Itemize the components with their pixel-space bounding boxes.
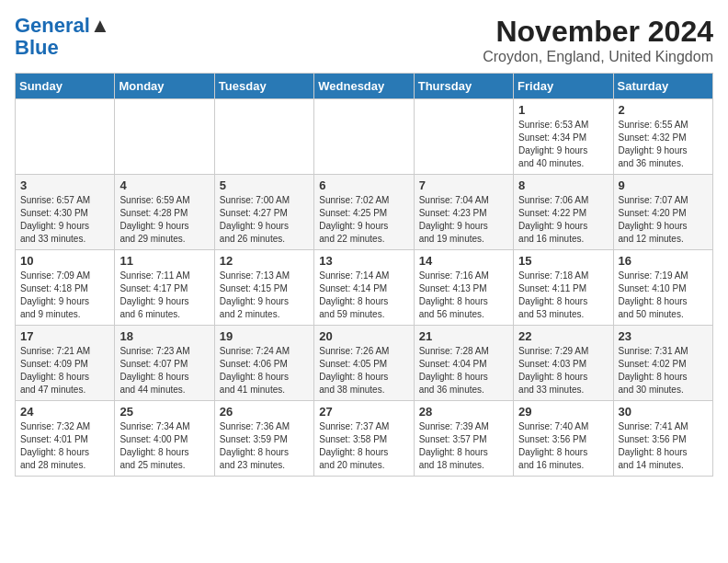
day-number: 12 — [220, 254, 309, 268]
calendar-cell-w2-d2: 12Sunrise: 7:13 AM Sunset: 4:15 PM Dayli… — [214, 250, 313, 326]
day-number: 18 — [119, 329, 209, 343]
day-number: 10 — [20, 254, 109, 268]
calendar-cell-w3-d0: 17Sunrise: 7:21 AM Sunset: 4:09 PM Dayli… — [16, 326, 115, 401]
day-info: Sunrise: 7:29 AM Sunset: 4:03 PM Dayligh… — [518, 345, 608, 396]
day-info: Sunrise: 7:06 AM Sunset: 4:22 PM Dayligh… — [518, 194, 608, 246]
day-info: Sunrise: 7:02 AM Sunset: 4:25 PM Dayligh… — [319, 194, 408, 246]
day-number: 22 — [518, 329, 608, 343]
calendar-cell-w0-d5: 1Sunrise: 6:53 AM Sunset: 4:34 PM Daylig… — [514, 99, 613, 175]
col-saturday: Saturday — [613, 74, 712, 99]
calendar-cell-w1-d0: 3Sunrise: 6:57 AM Sunset: 4:30 PM Daylig… — [16, 175, 115, 250]
day-number: 30 — [619, 405, 708, 419]
calendar-table: Sunday Monday Tuesday Wednesday Thursday… — [15, 73, 713, 477]
week-row-0: 1Sunrise: 6:53 AM Sunset: 4:34 PM Daylig… — [16, 99, 713, 175]
day-number: 9 — [619, 178, 708, 192]
calendar-cell-w2-d1: 11Sunrise: 7:11 AM Sunset: 4:17 PM Dayli… — [115, 250, 214, 326]
day-number: 16 — [619, 254, 708, 268]
day-info: Sunrise: 7:21 AM Sunset: 4:09 PM Dayligh… — [20, 345, 109, 396]
calendar-cell-w4-d0: 24Sunrise: 7:32 AM Sunset: 4:01 PM Dayli… — [16, 401, 115, 477]
calendar-cell-w4-d1: 25Sunrise: 7:34 AM Sunset: 4:00 PM Dayli… — [115, 401, 214, 477]
day-number: 2 — [619, 103, 708, 117]
calendar-cell-w4-d3: 27Sunrise: 7:37 AM Sunset: 3:58 PM Dayli… — [314, 401, 414, 477]
day-number: 13 — [319, 254, 408, 268]
day-info: Sunrise: 7:13 AM Sunset: 4:15 PM Dayligh… — [220, 270, 309, 321]
calendar-cell-w0-d6: 2Sunrise: 6:55 AM Sunset: 4:32 PM Daylig… — [613, 99, 712, 175]
col-monday: Monday — [115, 74, 214, 99]
col-sunday: Sunday — [16, 74, 115, 99]
calendar-cell-w2-d6: 16Sunrise: 7:19 AM Sunset: 4:10 PM Dayli… — [613, 250, 712, 326]
calendar-cell-w2-d3: 13Sunrise: 7:14 AM Sunset: 4:14 PM Dayli… — [314, 250, 414, 326]
day-number: 26 — [220, 405, 309, 419]
day-number: 15 — [518, 254, 608, 268]
day-number: 23 — [619, 329, 708, 343]
calendar-cell-w1-d4: 7Sunrise: 7:04 AM Sunset: 4:23 PM Daylig… — [414, 175, 513, 250]
calendar-cell-w3-d2: 19Sunrise: 7:24 AM Sunset: 4:06 PM Dayli… — [214, 326, 313, 401]
day-info: Sunrise: 7:00 AM Sunset: 4:27 PM Dayligh… — [220, 194, 309, 246]
day-info: Sunrise: 7:31 AM Sunset: 4:02 PM Dayligh… — [619, 345, 708, 396]
calendar-cell-w3-d4: 21Sunrise: 7:28 AM Sunset: 4:04 PM Dayli… — [414, 326, 513, 401]
day-info: Sunrise: 7:11 AM Sunset: 4:17 PM Dayligh… — [119, 270, 209, 321]
calendar-cell-w4-d2: 26Sunrise: 7:36 AM Sunset: 3:59 PM Dayli… — [214, 401, 313, 477]
calendar-cell-w4-d5: 29Sunrise: 7:40 AM Sunset: 3:56 PM Dayli… — [514, 401, 613, 477]
day-info: Sunrise: 7:19 AM Sunset: 4:10 PM Dayligh… — [619, 270, 708, 321]
calendar-cell-w2-d5: 15Sunrise: 7:18 AM Sunset: 4:11 PM Dayli… — [514, 250, 613, 326]
day-number: 1 — [518, 103, 608, 117]
calendar-cell-w3-d5: 22Sunrise: 7:29 AM Sunset: 4:03 PM Dayli… — [514, 326, 613, 401]
calendar-cell-w0-d4 — [414, 99, 513, 175]
day-number: 21 — [419, 329, 508, 343]
week-row-2: 10Sunrise: 7:09 AM Sunset: 4:18 PM Dayli… — [16, 250, 713, 326]
day-number: 6 — [319, 178, 408, 192]
day-number: 7 — [419, 178, 508, 192]
calendar-cell-w4-d4: 28Sunrise: 7:39 AM Sunset: 3:57 PM Dayli… — [414, 401, 513, 477]
calendar-cell-w0-d3 — [314, 99, 414, 175]
day-info: Sunrise: 7:32 AM Sunset: 4:01 PM Dayligh… — [20, 420, 109, 472]
calendar-cell-w0-d0 — [16, 99, 115, 175]
calendar-cell-w1-d3: 6Sunrise: 7:02 AM Sunset: 4:25 PM Daylig… — [314, 175, 414, 250]
col-wednesday: Wednesday — [314, 74, 414, 99]
day-info: Sunrise: 7:14 AM Sunset: 4:14 PM Dayligh… — [319, 270, 408, 321]
week-row-1: 3Sunrise: 6:57 AM Sunset: 4:30 PM Daylig… — [16, 175, 713, 250]
calendar-cell-w1-d2: 5Sunrise: 7:00 AM Sunset: 4:27 PM Daylig… — [214, 175, 313, 250]
day-info: Sunrise: 7:18 AM Sunset: 4:11 PM Dayligh… — [518, 270, 608, 321]
day-info: Sunrise: 7:09 AM Sunset: 4:18 PM Dayligh… — [20, 270, 109, 321]
day-number: 28 — [419, 405, 508, 419]
calendar-cell-w1-d1: 4Sunrise: 6:59 AM Sunset: 4:28 PM Daylig… — [115, 175, 214, 250]
day-info: Sunrise: 7:16 AM Sunset: 4:13 PM Dayligh… — [419, 270, 508, 321]
day-number: 8 — [518, 178, 608, 192]
calendar-cell-w3-d1: 18Sunrise: 7:23 AM Sunset: 4:07 PM Dayli… — [115, 326, 214, 401]
day-info: Sunrise: 6:57 AM Sunset: 4:30 PM Dayligh… — [20, 194, 109, 246]
day-number: 5 — [220, 178, 309, 192]
day-info: Sunrise: 7:39 AM Sunset: 3:57 PM Dayligh… — [419, 420, 508, 472]
calendar-cell-w1-d6: 9Sunrise: 7:07 AM Sunset: 4:20 PM Daylig… — [613, 175, 712, 250]
day-number: 29 — [518, 405, 608, 419]
title-section: November 2024 Croydon, England, United K… — [483, 15, 713, 65]
page-subtitle: Croydon, England, United Kingdom — [483, 49, 713, 65]
day-info: Sunrise: 7:23 AM Sunset: 4:07 PM Dayligh… — [119, 345, 209, 396]
day-info: Sunrise: 7:24 AM Sunset: 4:06 PM Dayligh… — [220, 345, 309, 396]
day-number: 4 — [119, 178, 209, 192]
day-info: Sunrise: 6:53 AM Sunset: 4:34 PM Dayligh… — [518, 119, 608, 170]
day-number: 11 — [119, 254, 209, 268]
day-number: 20 — [319, 329, 408, 343]
col-friday: Friday — [514, 74, 613, 99]
day-info: Sunrise: 6:59 AM Sunset: 4:28 PM Dayligh… — [119, 194, 209, 246]
calendar-cell-w3-d6: 23Sunrise: 7:31 AM Sunset: 4:02 PM Dayli… — [613, 326, 712, 401]
day-info: Sunrise: 7:36 AM Sunset: 3:59 PM Dayligh… — [220, 420, 309, 472]
col-tuesday: Tuesday — [214, 74, 313, 99]
calendar-cell-w2-d4: 14Sunrise: 7:16 AM Sunset: 4:13 PM Dayli… — [414, 250, 513, 326]
col-thursday: Thursday — [414, 74, 513, 99]
calendar-cell-w0-d2 — [214, 99, 313, 175]
logo: General▲ Blue — [15, 15, 110, 59]
logo-subtext: Blue — [15, 36, 59, 59]
day-number: 14 — [419, 254, 508, 268]
week-row-4: 24Sunrise: 7:32 AM Sunset: 4:01 PM Dayli… — [16, 401, 713, 477]
day-number: 27 — [319, 405, 408, 419]
day-number: 3 — [20, 178, 109, 192]
calendar-cell-w3-d3: 20Sunrise: 7:26 AM Sunset: 4:05 PM Dayli… — [314, 326, 414, 401]
calendar-cell-w2-d0: 10Sunrise: 7:09 AM Sunset: 4:18 PM Dayli… — [16, 250, 115, 326]
day-info: Sunrise: 7:04 AM Sunset: 4:23 PM Dayligh… — [419, 194, 508, 246]
day-number: 17 — [20, 329, 109, 343]
day-info: Sunrise: 7:07 AM Sunset: 4:20 PM Dayligh… — [619, 194, 708, 246]
page-title: November 2024 — [483, 15, 713, 49]
day-number: 25 — [119, 405, 209, 419]
